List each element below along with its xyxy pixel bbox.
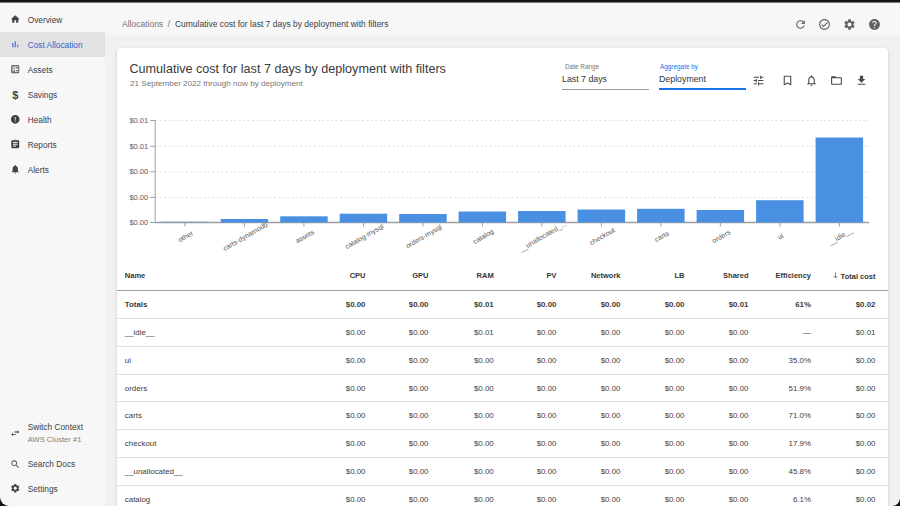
svg-text:ui: ui: [776, 232, 785, 241]
svg-text:carts: carts: [653, 229, 670, 243]
svg-text:$0.00: $0.00: [129, 167, 148, 176]
svg-text:$0.01: $0.01: [129, 142, 148, 151]
svg-text:orders: orders: [711, 228, 732, 244]
svg-text:$0.00: $0.00: [129, 193, 148, 202]
svg-text:other: other: [177, 229, 195, 243]
svg-text:$0.00: $0.00: [129, 218, 148, 227]
svg-text:assets: assets: [294, 228, 315, 244]
svg-text:orders-mysql: orders-mysql: [404, 223, 443, 250]
svg-text:__unallocated_...: __unallocated_...: [517, 220, 568, 254]
svg-text:checkout: checkout: [588, 226, 616, 246]
svg-text:catalog-mysql: catalog-mysql: [344, 222, 386, 251]
svg-text:$0.01: $0.01: [129, 116, 148, 125]
svg-text:__idle__: __idle__: [826, 227, 854, 248]
svg-text:carts-dynamodb: carts-dynamodb: [222, 221, 270, 253]
svg-text:catalog: catalog: [472, 228, 496, 246]
